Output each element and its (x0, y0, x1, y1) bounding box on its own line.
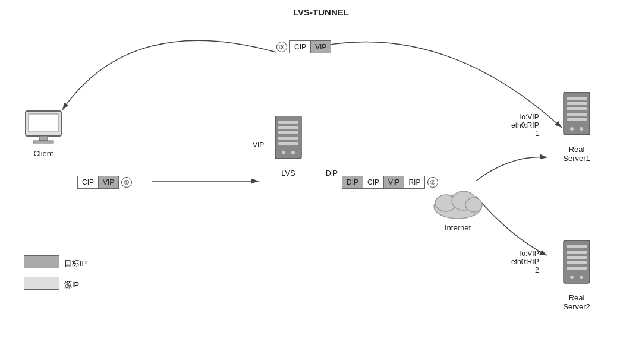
cloud-icon (431, 184, 484, 220)
svg-rect-10 (278, 121, 298, 124)
step3-packet: ③ CIP VIP (276, 40, 331, 53)
rs1-iface-label: lo:VIP eth0:RIP 1 (511, 113, 539, 138)
realserver2-node: Real Server2 (559, 240, 594, 311)
step1-packet: CIP VIP ① (77, 176, 132, 189)
step2-rip: RIP (404, 176, 424, 188)
legend-dest-box (24, 255, 59, 268)
svg-point-20 (465, 198, 482, 212)
internet-label: Internet (431, 223, 484, 232)
svg-rect-31 (567, 251, 587, 254)
step1-badge: ① (121, 177, 132, 188)
vip-arrow-label: VIP (253, 141, 264, 149)
svg-point-35 (570, 276, 574, 279)
lvs-server-icon (270, 116, 306, 166)
step2-dip: DIP (342, 176, 363, 188)
svg-rect-14 (278, 142, 298, 145)
step3-vip: VIP (311, 41, 331, 53)
svg-point-28 (580, 127, 583, 131)
svg-rect-32 (567, 256, 587, 259)
step1-vip: VIP (99, 176, 118, 188)
svg-rect-33 (567, 261, 587, 264)
svg-rect-13 (278, 137, 298, 140)
svg-rect-26 (567, 118, 587, 121)
dip-arrow-label: DIP (326, 169, 338, 178)
legend-src-box (24, 277, 59, 290)
internet-node: Internet (431, 184, 484, 231)
svg-rect-12 (278, 131, 298, 134)
legend-dest-label: 目标IP (64, 258, 87, 269)
step1-cip: CIP (78, 176, 99, 188)
svg-point-36 (580, 276, 583, 279)
client-icon (23, 110, 64, 145)
realserver1-node: Real Server1 (559, 92, 594, 163)
realserver2-label: Real Server2 (559, 293, 594, 311)
step2-cip: CIP (363, 176, 384, 188)
realserver2-icon (559, 240, 594, 291)
client-label: Client (23, 149, 64, 158)
legend-src-label: 源IP (64, 280, 79, 290)
step2-packet: DIP CIP VIP RIP ② (342, 176, 438, 189)
svg-rect-8 (33, 141, 54, 143)
diagram-title: LVS-TUNNEL (0, 7, 642, 17)
svg-rect-22 (567, 97, 587, 100)
rs2-iface-label: lo:VIP eth0:RIP 2 (511, 249, 539, 274)
svg-point-16 (291, 151, 295, 154)
svg-rect-7 (39, 136, 48, 141)
svg-rect-25 (567, 113, 587, 116)
realserver1-icon (559, 92, 594, 143)
client-node: Client (23, 110, 64, 157)
svg-rect-30 (567, 245, 587, 248)
diagram: LVS-TUNNEL Client CIP VIP ① (0, 0, 642, 364)
lvs-label: LVS (270, 169, 306, 178)
step3-cip: CIP (290, 41, 311, 53)
svg-rect-34 (567, 267, 587, 270)
svg-point-15 (282, 151, 285, 154)
step3-badge: ③ (276, 42, 287, 52)
lvs-node: VIP LVS (270, 116, 306, 178)
svg-rect-23 (567, 102, 587, 105)
svg-rect-11 (278, 126, 298, 129)
svg-point-27 (570, 127, 574, 131)
legend: 目标IP 源IP (24, 255, 87, 293)
svg-rect-24 (567, 107, 587, 110)
realserver1-label: Real Server1 (559, 145, 594, 163)
svg-rect-6 (29, 114, 58, 132)
step2-vip: VIP (384, 176, 404, 188)
